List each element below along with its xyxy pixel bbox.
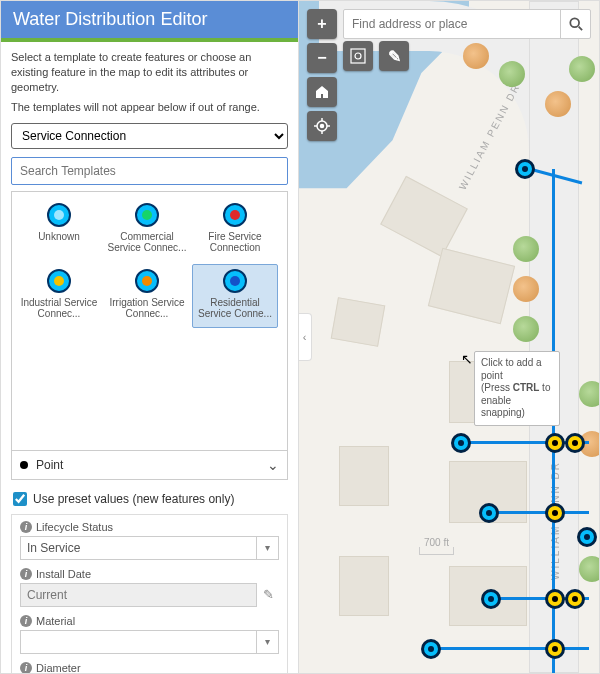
home-button[interactable] — [307, 77, 337, 107]
building — [339, 556, 389, 616]
intro-text-2: The templates will not appear below if o… — [11, 101, 288, 113]
service-node[interactable] — [481, 589, 501, 609]
building — [380, 176, 468, 257]
template-item[interactable]: Irrigation Service Connec... — [104, 264, 190, 328]
tree-icon — [463, 43, 489, 69]
map-canvas[interactable]: ‹ + − ✎ WILLIAM PENN DR — [299, 1, 599, 673]
template-item[interactable]: Fire Service Connection — [192, 198, 278, 262]
info-icon: i — [20, 615, 32, 627]
template-label: Unknown — [38, 231, 80, 242]
tree-icon — [545, 91, 571, 117]
service-node[interactable] — [515, 159, 535, 179]
service-node[interactable] — [479, 503, 499, 523]
template-icon — [135, 203, 159, 227]
info-icon: i — [20, 568, 32, 580]
collapse-panel-button[interactable]: ‹ — [299, 313, 312, 361]
valve-node[interactable] — [545, 433, 565, 453]
valve-node[interactable] — [565, 589, 585, 609]
tree-icon — [513, 276, 539, 302]
pipe — [429, 647, 589, 650]
search-templates-input[interactable] — [11, 157, 288, 185]
svg-line-7 — [578, 27, 582, 31]
tree-icon — [569, 56, 595, 82]
template-item[interactable]: Commercial Service Connec... — [104, 198, 190, 262]
chevron-down-icon: ⌄ — [267, 457, 279, 473]
category-select[interactable]: Service Connection — [11, 123, 288, 149]
valve-node[interactable] — [545, 639, 565, 659]
template-gallery: UnknownCommercial Service Connec...Fire … — [11, 191, 288, 451]
preset-label: Use preset values (new features only) — [33, 492, 234, 506]
template-item[interactable]: Unknown — [16, 198, 102, 262]
tooltip: Click to add a point (Press CTRL to enab… — [474, 351, 560, 426]
preset-checkbox[interactable] — [13, 492, 27, 506]
svg-rect-8 — [351, 49, 365, 63]
template-label: Residential Service Conne... — [194, 297, 276, 319]
point-icon — [20, 461, 28, 469]
material-value[interactable] — [20, 630, 257, 654]
install-value: Current — [20, 583, 257, 607]
edit-install-button[interactable]: ✎ — [257, 583, 279, 607]
material-dropdown[interactable]: ▾ — [257, 630, 279, 654]
material-label: Material — [36, 615, 75, 627]
valve-node[interactable] — [565, 433, 585, 453]
template-label: Fire Service Connection — [194, 231, 276, 253]
search-input[interactable] — [344, 17, 560, 31]
lifecycle-label: Lifecycle Status — [36, 521, 113, 533]
tree-icon — [579, 556, 599, 582]
tree-icon — [513, 316, 539, 342]
tree-icon — [499, 61, 525, 87]
basemap-button[interactable] — [343, 41, 373, 71]
template-label: Irrigation Service Connec... — [106, 297, 188, 319]
panel-title: Water Distribution Editor — [1, 1, 298, 42]
template-icon — [47, 203, 71, 227]
lifecycle-value[interactable]: In Service — [20, 536, 257, 560]
service-node[interactable] — [451, 433, 471, 453]
search-button[interactable] — [560, 10, 590, 38]
scale-bar: 700 ft — [419, 547, 454, 555]
tree-icon — [513, 236, 539, 262]
search-bar — [343, 9, 591, 39]
draw-tool-select[interactable]: Point ⌄ — [11, 451, 288, 480]
valve-node[interactable] — [545, 589, 565, 609]
svg-point-1 — [321, 125, 324, 128]
template-icon — [223, 203, 247, 227]
draw-tool-label: Point — [36, 458, 63, 472]
intro-text-1: Select a template to create features or … — [11, 50, 288, 95]
lifecycle-dropdown[interactable]: ▾ — [257, 536, 279, 560]
pipe — [489, 511, 589, 514]
template-icon — [47, 269, 71, 293]
diameter-label: Diameter — [36, 662, 81, 673]
building — [331, 297, 386, 347]
template-label: Industrial Service Connec... — [18, 297, 100, 319]
info-icon: i — [20, 521, 32, 533]
cursor-icon: ↖ — [461, 351, 473, 367]
template-icon — [135, 269, 159, 293]
valve-node[interactable] — [545, 503, 565, 523]
zoom-out-button[interactable]: − — [307, 43, 337, 73]
service-node[interactable] — [577, 527, 597, 547]
svg-point-9 — [355, 53, 361, 59]
install-label: Install Date — [36, 568, 91, 580]
preset-row[interactable]: Use preset values (new features only) — [13, 492, 288, 506]
template-item[interactable]: Residential Service Conne... — [192, 264, 278, 328]
editor-panel: Water Distribution Editor Select a templ… — [1, 1, 299, 673]
locate-button[interactable] — [307, 111, 337, 141]
template-item[interactable]: Industrial Service Connec... — [16, 264, 102, 328]
svg-point-6 — [570, 18, 579, 27]
info-icon: i — [20, 662, 32, 673]
building — [339, 446, 389, 506]
zoom-in-button[interactable]: + — [307, 9, 337, 39]
tree-icon — [579, 381, 599, 407]
template-icon — [223, 269, 247, 293]
measure-button[interactable]: ✎ — [379, 41, 409, 71]
template-label: Commercial Service Connec... — [106, 231, 188, 253]
building — [428, 248, 515, 324]
service-node[interactable] — [421, 639, 441, 659]
attributes-form: i Lifecycle Status In Service ▾ i Instal… — [11, 514, 288, 673]
